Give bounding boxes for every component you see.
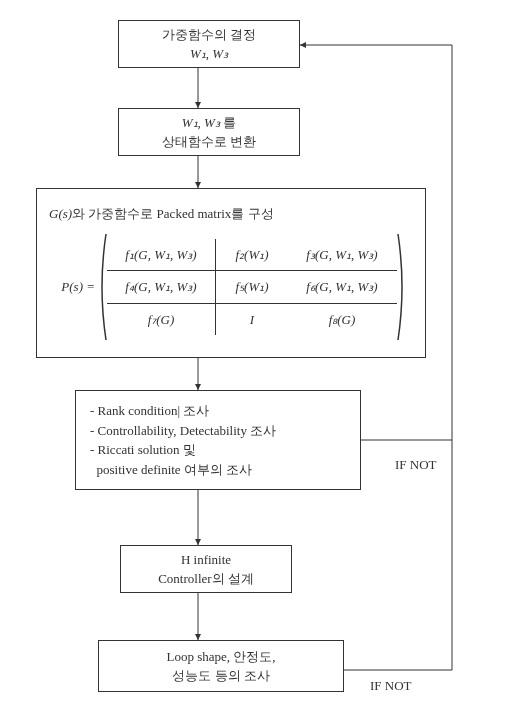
matrix-cell: I xyxy=(216,304,288,336)
text-line: W₁, W₃ 를 xyxy=(182,113,236,133)
box-packed-matrix: G(s)와 가중함수로 Packed matrix를 구성 P(s) = f₁(… xyxy=(36,188,426,358)
matrix-container: P(s) = f₁(G, W₁, W₃) f₂(W₁) f₃(G, W₁, W₃… xyxy=(49,232,413,342)
text-span: 와 가중함수로 Packed matrix를 구성 xyxy=(72,206,273,221)
matrix-prefix: P(s) = xyxy=(49,277,97,297)
matrix-cell: f₇(G) xyxy=(107,304,215,336)
paren-right-icon xyxy=(397,232,407,342)
text-line: positive definite 여부의 조사 xyxy=(90,460,252,480)
box-checks: - Rank condition| 조사 - Controllability, … xyxy=(75,390,361,490)
box-controller-design: H infinite Controller의 설계 xyxy=(120,545,292,593)
matrix-cell: f₈(G) xyxy=(288,304,396,336)
text-line: 상태함수로 변환 xyxy=(162,132,256,152)
label-if-not-2: IF NOT xyxy=(370,678,412,694)
text-line: Controller의 설계 xyxy=(158,569,254,589)
matrix-cell: f₆(G, W₁, W₃) xyxy=(288,271,396,303)
text-line: 성능도 등의 조사 xyxy=(172,666,270,686)
matrix-cell: f₁(G, W₁, W₃) xyxy=(107,239,215,271)
matrix-cell: f₅(W₁) xyxy=(216,271,288,303)
text-line: - Riccati solution 및 xyxy=(90,440,196,460)
box-state-convert: W₁, W₃ 를 상태함수로 변환 xyxy=(118,108,300,156)
label-if-not-1: IF NOT xyxy=(395,457,437,473)
text-line: - Controllability, Detectability 조사 xyxy=(90,421,276,441)
text-line: H infinite xyxy=(181,550,231,570)
matrix-cell: f₃(G, W₁, W₃) xyxy=(288,239,396,271)
matrix-cell: f₄(G, W₁, W₃) xyxy=(107,271,215,303)
box-loopshape: Loop shape, 안정도, 성능도 등의 조사 xyxy=(98,640,344,692)
matrix-cell: f₂(W₁) xyxy=(216,239,288,271)
text-span: G(s) xyxy=(49,206,72,221)
text-line: - Rank condition| 조사 xyxy=(90,401,209,421)
matrix-body: f₁(G, W₁, W₃) f₂(W₁) f₃(G, W₁, W₃) f₄(G,… xyxy=(107,239,397,336)
text-span: 를 xyxy=(220,115,236,130)
paren-left-icon xyxy=(97,232,107,342)
box-weight-decision: 가중함수의 결정 W₁, W₃ xyxy=(118,20,300,68)
text-line: 가중함수의 결정 xyxy=(162,25,256,45)
text-line: Loop shape, 안정도, xyxy=(166,647,275,667)
box3-title: G(s)와 가중함수로 Packed matrix를 구성 xyxy=(49,204,413,224)
text-line: W₁, W₃ xyxy=(190,44,228,64)
text-span: W₁, W₃ xyxy=(182,115,220,130)
